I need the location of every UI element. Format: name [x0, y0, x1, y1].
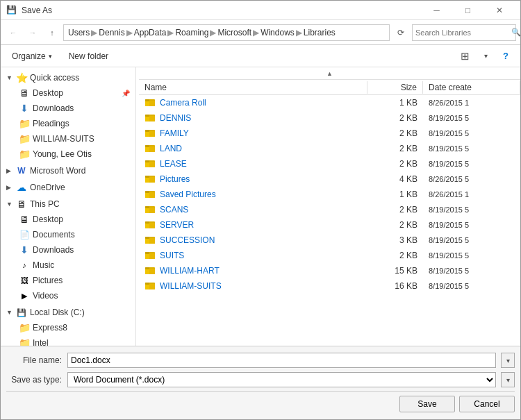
view-options-button[interactable]: ⊞: [455, 47, 474, 65]
sidebar-item-intel[interactable]: 📁 Intel: [1, 335, 135, 346]
svg-rect-5: [145, 99, 149, 101]
svg-rect-52: [149, 284, 155, 289]
table-row[interactable]: SCANS 2 KB 8/19/2015 5: [139, 202, 520, 217]
sidebar-item-music[interactable]: ♪ Music: [1, 258, 135, 273]
save-as-window: 💾 Save As ─ □ ✕ ← → ↑ Users ▶ Dennis ▶ A…: [0, 0, 521, 420]
table-row[interactable]: SUITS 2 KB 8/19/2015 5: [139, 248, 520, 263]
sidebar-label-william-suits: WILLIAM-SUITS: [33, 134, 130, 144]
file-name-cell: LAND: [139, 142, 367, 156]
maximize-button[interactable]: □: [452, 1, 483, 20]
file-date-cell: 8/19/2015 5: [423, 112, 520, 124]
table-row[interactable]: WILLIAM-HART 15 KB 8/19/2015 5: [139, 263, 520, 278]
table-row[interactable]: Pictures 4 KB 8/26/2015 5: [139, 171, 520, 187]
table-row[interactable]: SERVER 2 KB 8/19/2015 5: [139, 217, 520, 233]
svg-rect-19: [145, 162, 149, 167]
organize-button[interactable]: Organize ▾: [6, 47, 58, 65]
table-row[interactable]: DENNIS 2 KB 8/19/2015 5: [139, 110, 520, 126]
svg-rect-7: [145, 116, 149, 121]
sidebar-item-young-lee-otis[interactable]: 📁 Young, Lee Otis: [1, 146, 135, 162]
sidebar-item-desktop-qa[interactable]: 🖥 Desktop 📌: [1, 85, 135, 101]
file-name-label: SCANS: [160, 205, 188, 215]
table-row[interactable]: Camera Roll 1 KB 8/26/2015 1: [139, 95, 520, 110]
sidebar-item-documents[interactable]: 📄 Documents: [1, 227, 135, 242]
sidebar-item-desktop-pc[interactable]: 🖥 Desktop: [1, 212, 135, 227]
minimize-button[interactable]: ─: [421, 1, 452, 20]
col-header-size[interactable]: Size: [367, 81, 423, 94]
downloads-icon: ⬇: [19, 103, 30, 114]
sidebar-header-onedrive[interactable]: ▶ ☁ OneDrive: [1, 180, 135, 195]
sidebar-header-local-disk[interactable]: ▼ 💾 Local Disk (C:): [1, 305, 135, 320]
new-folder-button[interactable]: New folder: [63, 47, 114, 65]
forward-button[interactable]: →: [24, 24, 41, 41]
sidebar-item-pleadings[interactable]: 📁 Pleadings: [1, 116, 135, 131]
up-button[interactable]: ↑: [44, 24, 60, 41]
svg-rect-13: [145, 130, 149, 132]
quick-access-icon: ⭐: [16, 72, 27, 83]
filetype-dropdown-arrow[interactable]: ▾: [501, 372, 515, 387]
cancel-button[interactable]: Cancel: [459, 396, 515, 412]
sidebar-label-downloads-pc: Downloads: [33, 245, 130, 255]
library-file-icon: [144, 250, 156, 261]
sidebar-label-documents: Documents: [33, 230, 130, 240]
file-date-cell: 8/26/2015 1: [423, 189, 520, 200]
sidebar-item-downloads-pc[interactable]: ⬇ Downloads: [1, 242, 135, 258]
chevron-right-icon-word: ▶: [6, 167, 15, 174]
file-size-cell: 16 KB: [367, 280, 423, 292]
bc-microsoft[interactable]: Microsoft: [217, 28, 251, 37]
svg-rect-15: [145, 146, 149, 152]
table-row[interactable]: FAMILY 2 KB 8/19/2015 5: [139, 126, 520, 141]
sidebar-item-videos[interactable]: ▶ Videos: [1, 288, 135, 303]
col-header-name[interactable]: Name: [139, 81, 367, 94]
toolbar-right: ⊞ ▾ ?: [455, 47, 515, 65]
close-button[interactable]: ✕: [483, 1, 515, 20]
sidebar-header-msword[interactable]: ▶ W Microsoft Word: [1, 163, 135, 178]
save-button[interactable]: Save: [399, 396, 455, 412]
file-size-cell: 2 KB: [367, 112, 423, 124]
table-row[interactable]: Saved Pictures 1 KB 8/26/2015 1: [139, 187, 520, 202]
view-arrow-button[interactable]: ▾: [476, 47, 495, 65]
table-row[interactable]: LAND 2 KB 8/19/2015 5: [139, 141, 520, 156]
sidebar-header-quick-access[interactable]: ▼ ⭐ Quick access: [1, 70, 135, 85]
svg-rect-33: [145, 206, 149, 208]
filename-dropdown-arrow[interactable]: ▾: [501, 353, 515, 368]
table-row[interactable]: LEASE 2 KB 8/19/2015 5: [139, 156, 520, 171]
breadcrumb[interactable]: Users ▶ Dennis ▶ AppData ▶ Roaming ▶ Mic…: [63, 24, 390, 41]
svg-rect-23: [145, 177, 149, 183]
filename-input[interactable]: [67, 353, 496, 368]
file-date-cell: 8/19/2015 5: [423, 219, 520, 230]
bc-libraries[interactable]: Libraries: [304, 28, 336, 37]
library-file-icon: [144, 128, 156, 139]
table-row[interactable]: SUCCESSION 3 KB 8/19/2015 5: [139, 233, 520, 248]
search-icon[interactable]: 🔍: [511, 28, 521, 37]
onedrive-icon: ☁: [16, 182, 27, 193]
bc-appdata[interactable]: AppData: [134, 28, 167, 37]
organize-arrow: ▾: [49, 53, 52, 60]
search-input[interactable]: [415, 28, 511, 37]
help-button[interactable]: ?: [497, 47, 515, 65]
bc-users[interactable]: Users: [68, 28, 90, 37]
file-name-label: SUCCESSION: [160, 235, 215, 245]
file-name-label: FAMILY: [160, 128, 189, 138]
library-file-icon: [144, 235, 156, 246]
sidebar-item-pictures[interactable]: 🖼 Pictures: [1, 273, 135, 288]
sidebar-item-william-suits[interactable]: 📁 WILLIAM-SUITS: [1, 131, 135, 146]
sidebar-item-express8[interactable]: 📁 Express8: [1, 320, 135, 335]
refresh-button[interactable]: ⟳: [392, 24, 409, 41]
col-header-date[interactable]: Date create: [423, 81, 520, 94]
table-row[interactable]: WILLIAM-SUITS 16 KB 8/19/2015 5: [139, 278, 520, 294]
sidebar-label-desktop-pc: Desktop: [33, 215, 130, 224]
msword-label: Microsoft Word: [30, 166, 130, 176]
bc-roaming[interactable]: Roaming: [175, 28, 208, 37]
filetype-select[interactable]: Word Document (*.docx): [67, 372, 496, 387]
svg-rect-27: [145, 192, 149, 198]
library-file-icon: [144, 158, 156, 169]
library-file-icon: [144, 97, 156, 108]
svg-rect-17: [145, 145, 149, 147]
bc-dennis[interactable]: Dennis: [99, 28, 124, 37]
back-button[interactable]: ←: [5, 24, 22, 41]
young-lee-icon: 📁: [19, 149, 30, 160]
bc-windows[interactable]: Windows: [260, 28, 295, 37]
sidebar-item-downloads-qa[interactable]: ⬇ Downloads: [1, 101, 135, 116]
file-date-cell: 8/19/2015 5: [423, 280, 520, 292]
sidebar-header-this-pc[interactable]: ▼ 🖥 This PC: [1, 196, 135, 212]
